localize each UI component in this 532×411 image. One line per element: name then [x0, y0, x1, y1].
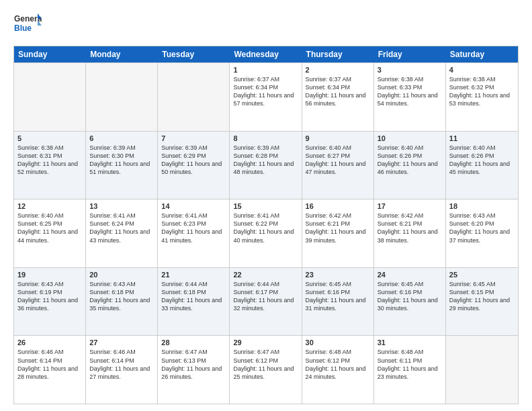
- day-cell: 14Sunrise: 6:41 AM Sunset: 6:23 PM Dayli…: [158, 199, 230, 267]
- day-number: 13: [89, 202, 154, 210]
- day-info: Sunrise: 6:40 AM Sunset: 6:26 PM Dayligh…: [449, 144, 515, 177]
- day-info: Sunrise: 6:44 AM Sunset: 6:17 PM Dayligh…: [233, 280, 298, 313]
- calendar-row: 19Sunrise: 6:43 AM Sunset: 6:19 PM Dayli…: [14, 267, 518, 336]
- day-cell: 15Sunrise: 6:41 AM Sunset: 6:22 PM Dayli…: [230, 199, 302, 267]
- day-number: 2: [306, 66, 370, 74]
- day-number: 19: [17, 271, 82, 279]
- day-cell: 7Sunrise: 6:39 AM Sunset: 6:29 PM Daylig…: [158, 132, 230, 199]
- day-number: 18: [449, 202, 515, 210]
- day-cell: 26Sunrise: 6:46 AM Sunset: 6:14 PM Dayli…: [14, 336, 86, 404]
- day-number: 4: [449, 66, 515, 74]
- svg-text:General: General: [14, 14, 42, 24]
- day-info: Sunrise: 6:44 AM Sunset: 6:18 PM Dayligh…: [161, 280, 226, 313]
- day-cell: 27Sunrise: 6:46 AM Sunset: 6:14 PM Dayli…: [86, 336, 158, 404]
- day-info: Sunrise: 6:48 AM Sunset: 6:11 PM Dayligh…: [378, 348, 442, 381]
- weekday-header: Thursday: [302, 46, 374, 62]
- weekday-header: Saturday: [446, 46, 518, 62]
- header: General Blue: [13, 11, 519, 39]
- day-cell: 20Sunrise: 6:43 AM Sunset: 6:18 PM Dayli…: [86, 268, 158, 336]
- day-cell: 29Sunrise: 6:47 AM Sunset: 6:12 PM Dayli…: [230, 336, 302, 404]
- weekday-header: Sunday: [14, 46, 86, 62]
- empty-cell: [86, 63, 158, 131]
- calendar-row: 1Sunrise: 6:37 AM Sunset: 6:34 PM Daylig…: [14, 62, 518, 131]
- day-info: Sunrise: 6:46 AM Sunset: 6:14 PM Dayligh…: [17, 348, 82, 381]
- day-info: Sunrise: 6:47 AM Sunset: 6:13 PM Dayligh…: [161, 348, 226, 381]
- day-info: Sunrise: 6:38 AM Sunset: 6:31 PM Dayligh…: [17, 144, 82, 177]
- day-cell: 10Sunrise: 6:40 AM Sunset: 6:26 PM Dayli…: [374, 132, 446, 199]
- day-number: 17: [378, 202, 442, 210]
- day-cell: 13Sunrise: 6:41 AM Sunset: 6:24 PM Dayli…: [86, 199, 158, 267]
- day-cell: 11Sunrise: 6:40 AM Sunset: 6:26 PM Dayli…: [446, 132, 518, 199]
- day-info: Sunrise: 6:48 AM Sunset: 6:12 PM Dayligh…: [306, 348, 370, 381]
- day-info: Sunrise: 6:38 AM Sunset: 6:32 PM Dayligh…: [449, 75, 515, 108]
- day-info: Sunrise: 6:39 AM Sunset: 6:30 PM Dayligh…: [89, 144, 154, 177]
- day-number: 10: [378, 134, 442, 142]
- weekday-header: Friday: [374, 46, 446, 62]
- day-number: 7: [161, 134, 226, 142]
- day-cell: 31Sunrise: 6:48 AM Sunset: 6:11 PM Dayli…: [374, 336, 446, 404]
- day-cell: 19Sunrise: 6:43 AM Sunset: 6:19 PM Dayli…: [14, 268, 86, 336]
- day-cell: 6Sunrise: 6:39 AM Sunset: 6:30 PM Daylig…: [86, 132, 158, 199]
- day-info: Sunrise: 6:42 AM Sunset: 6:21 PM Dayligh…: [378, 212, 442, 244]
- weekday-header: Tuesday: [158, 46, 230, 62]
- calendar-body: 1Sunrise: 6:37 AM Sunset: 6:34 PM Daylig…: [14, 62, 518, 404]
- calendar-row: 5Sunrise: 6:38 AM Sunset: 6:31 PM Daylig…: [14, 131, 518, 199]
- day-number: 24: [378, 271, 442, 279]
- day-info: Sunrise: 6:37 AM Sunset: 6:34 PM Dayligh…: [233, 75, 298, 108]
- day-cell: 12Sunrise: 6:40 AM Sunset: 6:25 PM Dayli…: [14, 199, 86, 267]
- day-cell: 1Sunrise: 6:37 AM Sunset: 6:34 PM Daylig…: [230, 63, 302, 131]
- logo-svg: General Blue: [13, 11, 42, 39]
- day-cell: 24Sunrise: 6:45 AM Sunset: 6:16 PM Dayli…: [374, 268, 446, 336]
- day-info: Sunrise: 6:37 AM Sunset: 6:34 PM Dayligh…: [306, 75, 370, 108]
- day-number: 22: [233, 271, 298, 279]
- calendar-row: 12Sunrise: 6:40 AM Sunset: 6:25 PM Dayli…: [14, 199, 518, 267]
- day-number: 31: [378, 338, 442, 347]
- day-info: Sunrise: 6:39 AM Sunset: 6:28 PM Dayligh…: [233, 144, 298, 177]
- day-number: 26: [17, 338, 82, 347]
- day-cell: 18Sunrise: 6:43 AM Sunset: 6:20 PM Dayli…: [446, 199, 518, 267]
- day-number: 9: [306, 134, 370, 142]
- calendar-header: SundayMondayTuesdayWednesdayThursdayFrid…: [14, 46, 518, 62]
- day-cell: 22Sunrise: 6:44 AM Sunset: 6:17 PM Dayli…: [230, 268, 302, 336]
- day-number: 16: [306, 202, 370, 210]
- page: General Blue SundayMondayTuesdayWednesda…: [0, 0, 532, 411]
- day-cell: 17Sunrise: 6:42 AM Sunset: 6:21 PM Dayli…: [374, 199, 446, 267]
- day-number: 15: [233, 202, 298, 210]
- day-info: Sunrise: 6:42 AM Sunset: 6:21 PM Dayligh…: [306, 212, 370, 244]
- day-info: Sunrise: 6:39 AM Sunset: 6:29 PM Dayligh…: [161, 144, 226, 177]
- weekday-header: Wednesday: [230, 46, 302, 62]
- day-info: Sunrise: 6:43 AM Sunset: 6:19 PM Dayligh…: [17, 280, 82, 313]
- day-info: Sunrise: 6:40 AM Sunset: 6:27 PM Dayligh…: [306, 144, 370, 177]
- day-cell: 23Sunrise: 6:45 AM Sunset: 6:16 PM Dayli…: [302, 268, 374, 336]
- day-number: 8: [233, 134, 298, 142]
- day-info: Sunrise: 6:41 AM Sunset: 6:22 PM Dayligh…: [233, 212, 298, 244]
- day-cell: 5Sunrise: 6:38 AM Sunset: 6:31 PM Daylig…: [14, 132, 86, 199]
- empty-cell: [14, 63, 86, 131]
- day-number: 5: [17, 134, 82, 142]
- day-info: Sunrise: 6:43 AM Sunset: 6:18 PM Dayligh…: [89, 280, 154, 313]
- day-cell: 16Sunrise: 6:42 AM Sunset: 6:21 PM Dayli…: [302, 199, 374, 267]
- day-cell: 4Sunrise: 6:38 AM Sunset: 6:32 PM Daylig…: [446, 63, 518, 131]
- day-info: Sunrise: 6:46 AM Sunset: 6:14 PM Dayligh…: [89, 348, 154, 381]
- day-number: 28: [161, 338, 226, 347]
- day-number: 12: [17, 202, 82, 210]
- day-cell: 9Sunrise: 6:40 AM Sunset: 6:27 PM Daylig…: [302, 132, 374, 199]
- weekday-header: Monday: [86, 46, 158, 62]
- svg-text:Blue: Blue: [14, 24, 32, 33]
- day-number: 25: [449, 271, 515, 279]
- day-info: Sunrise: 6:47 AM Sunset: 6:12 PM Dayligh…: [233, 348, 298, 381]
- day-cell: 28Sunrise: 6:47 AM Sunset: 6:13 PM Dayli…: [158, 336, 230, 404]
- day-info: Sunrise: 6:40 AM Sunset: 6:25 PM Dayligh…: [17, 212, 82, 244]
- calendar-row: 26Sunrise: 6:46 AM Sunset: 6:14 PM Dayli…: [14, 335, 518, 404]
- day-number: 3: [378, 66, 442, 74]
- day-number: 14: [161, 202, 226, 210]
- empty-cell: [446, 336, 518, 404]
- day-info: Sunrise: 6:41 AM Sunset: 6:24 PM Dayligh…: [89, 212, 154, 244]
- day-number: 11: [449, 134, 515, 142]
- day-info: Sunrise: 6:45 AM Sunset: 6:16 PM Dayligh…: [378, 280, 442, 313]
- day-number: 6: [89, 134, 154, 142]
- day-number: 21: [161, 271, 226, 279]
- day-cell: 30Sunrise: 6:48 AM Sunset: 6:12 PM Dayli…: [302, 336, 374, 404]
- day-number: 1: [233, 66, 298, 74]
- day-info: Sunrise: 6:45 AM Sunset: 6:16 PM Dayligh…: [306, 280, 370, 313]
